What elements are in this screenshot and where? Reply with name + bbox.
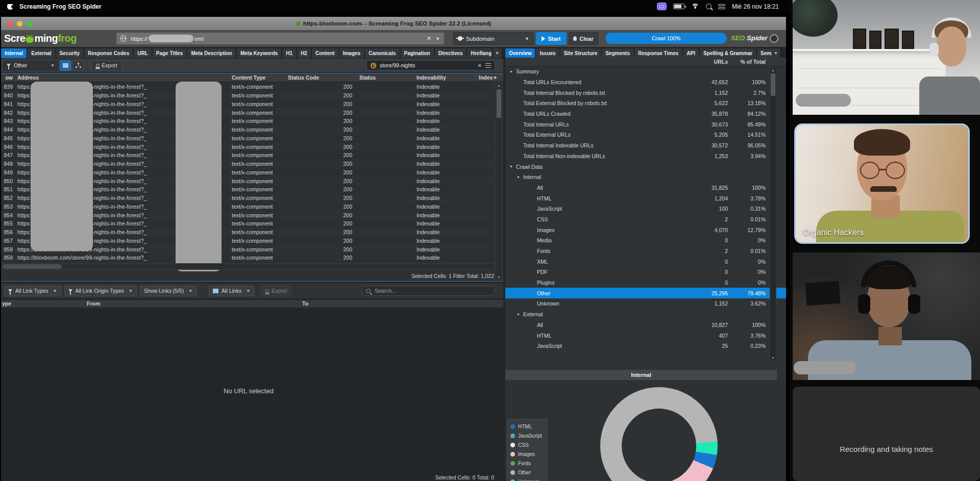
overview-row[interactable]: HTML 407 3.76% bbox=[505, 330, 786, 341]
main-tab[interactable]: Content bbox=[312, 48, 338, 58]
overview-row[interactable]: Unknown 1,152 3.62% bbox=[505, 298, 786, 309]
main-tab[interactable]: Meta Description bbox=[187, 48, 236, 58]
crawl-scope-dropdown[interactable]: Subdomain ▼ bbox=[453, 32, 534, 45]
overview-row[interactable]: CSS 2 0.01% bbox=[505, 214, 786, 225]
main-tab[interactable]: H2 bbox=[297, 48, 311, 58]
overview-row[interactable]: All 31,825 100% bbox=[505, 183, 786, 193]
overview-row[interactable]: Plugins 0 0% bbox=[505, 277, 786, 288]
main-tab[interactable]: Security bbox=[56, 48, 83, 58]
right-panel-tab[interactable]: Site Structure bbox=[560, 48, 601, 58]
main-tab[interactable]: External bbox=[28, 48, 55, 58]
video-tile-participant-1[interactable] bbox=[793, 0, 980, 115]
overview-row[interactable]: ▼ External bbox=[505, 309, 786, 320]
filter-dropdown[interactable]: Other ▼ bbox=[3, 61, 58, 70]
main-tab[interactable]: Directives bbox=[435, 48, 467, 58]
column-header-status-code[interactable]: Status Code bbox=[288, 74, 359, 81]
search-options-icon[interactable] bbox=[485, 63, 491, 68]
column-header-row[interactable]: ow bbox=[1, 74, 15, 81]
overview-row[interactable]: JavaScript 100 0.31% bbox=[505, 204, 786, 214]
main-tabs-overflow-button[interactable]: ▼ bbox=[493, 48, 501, 58]
main-tab[interactable]: H1 bbox=[282, 48, 296, 58]
column-header-address[interactable]: Address bbox=[15, 74, 232, 81]
main-tab[interactable]: Images bbox=[339, 48, 364, 58]
main-tab[interactable]: Hreflang bbox=[467, 48, 492, 58]
legend-item[interactable]: JavaScript bbox=[510, 431, 544, 440]
overview-row[interactable]: Total Internal Non-Indexable URLs 1,253 … bbox=[505, 151, 786, 162]
right-panel-tab[interactable]: API bbox=[683, 48, 699, 58]
main-tab[interactable]: Internal bbox=[1, 48, 27, 58]
start-button[interactable]: Start bbox=[536, 32, 567, 45]
table-row[interactable]: 859 https://bloxboom.com/store/99-nights… bbox=[1, 254, 495, 262]
legend-item[interactable]: Fonts bbox=[510, 459, 544, 468]
all-links-dropdown[interactable]: All Links▼ bbox=[209, 286, 254, 296]
main-tab[interactable]: URL bbox=[134, 48, 152, 58]
overview-row[interactable]: All 10,827 100% bbox=[505, 320, 786, 331]
apple-menu-icon[interactable] bbox=[7, 3, 13, 10]
overview-row[interactable]: Fonts 2 0.01% bbox=[505, 246, 786, 257]
add-column-icon[interactable]: ✦ bbox=[493, 74, 506, 81]
right-panel-tab[interactable]: Segments bbox=[602, 48, 633, 58]
clear-search-icon[interactable]: ✕ bbox=[478, 63, 482, 68]
overview-row[interactable]: Images 4,070 12.79% bbox=[505, 224, 786, 235]
legend-item[interactable]: Other bbox=[510, 468, 544, 477]
window-title-bar[interactable]: https-bloxboom-com- - Screaming Frog SEO… bbox=[1, 17, 786, 30]
internal-donut[interactable] bbox=[600, 387, 718, 481]
url-history-caret-icon[interactable]: ▼ bbox=[435, 36, 440, 41]
show-links-dropdown[interactable]: Show Links (5/5)▼ bbox=[140, 286, 197, 296]
links-search-input[interactable]: Search... bbox=[361, 286, 495, 296]
right-panel-tab[interactable]: Response Times bbox=[634, 48, 682, 58]
video-tile-notetaker[interactable]: Recording and taking notes bbox=[793, 387, 980, 481]
overview-scrollbar[interactable]: ▲▼ bbox=[770, 67, 776, 361]
spider-mode-icon[interactable] bbox=[770, 34, 778, 43]
screen-mirroring-icon[interactable] bbox=[657, 3, 667, 10]
overview-row[interactable]: ▼ Crawl Data bbox=[505, 161, 786, 172]
menubar-clock[interactable]: Mié 26 nov 18:21 bbox=[732, 3, 779, 10]
overview-row[interactable]: Total URLs Crawled 35,878 84.12% bbox=[505, 109, 786, 119]
export-button[interactable]: Export bbox=[91, 61, 122, 70]
table-search-input[interactable]: store/99-nights ✕ bbox=[366, 60, 495, 70]
overview-row[interactable]: Total Internal Blocked by robots.txt 1,1… bbox=[505, 87, 786, 98]
battery-icon[interactable] bbox=[673, 4, 684, 9]
overview-row[interactable]: ▼ Summary bbox=[505, 66, 786, 77]
table-horizontal-scrollbar[interactable] bbox=[1, 263, 494, 270]
overview-row[interactable]: Total External URLs 5,205 14.51% bbox=[505, 130, 786, 140]
main-tab[interactable]: Pagination bbox=[401, 48, 434, 58]
right-tabs-overflow-button[interactable]: ▼ bbox=[772, 48, 780, 58]
url-input[interactable]: https:// om/ ✕ ▼ bbox=[116, 33, 444, 44]
overview-row[interactable]: HTML 1,204 3.78% bbox=[505, 193, 786, 204]
menubar-app-name[interactable]: Screaming Frog SEO Spider bbox=[19, 3, 102, 10]
column-header-index[interactable]: Index bbox=[479, 74, 493, 81]
overview-row[interactable]: Total Internal URLs 30,673 85.49% bbox=[505, 119, 786, 130]
overview-row[interactable]: Total Internal Indexable URLs 30,572 96.… bbox=[505, 140, 786, 151]
table-vertical-scrollbar[interactable]: ▲ ▼ bbox=[496, 83, 502, 280]
overview-row[interactable]: Other 25,295 79.48% bbox=[505, 288, 786, 298]
overview-row[interactable]: Total External Blocked by robots.txt 5,6… bbox=[505, 98, 786, 109]
control-center-icon[interactable] bbox=[718, 4, 725, 9]
wifi-icon[interactable] bbox=[691, 4, 699, 10]
column-header-indexability[interactable]: Indexability bbox=[416, 74, 479, 81]
legend-item[interactable]: CSS bbox=[510, 440, 544, 449]
links-export-button[interactable]: Export bbox=[261, 286, 291, 296]
video-tile-active-speaker[interactable]: Organic Hackers bbox=[794, 123, 970, 244]
link-origin-types-dropdown[interactable]: All Link Origin Types▼ bbox=[64, 286, 137, 296]
legend-item[interactable]: HTML bbox=[510, 422, 544, 431]
list-view-button[interactable] bbox=[60, 61, 71, 70]
column-header-to[interactable]: To bbox=[302, 300, 308, 307]
overview-row[interactable]: JavaScript 25 0.23% bbox=[505, 341, 786, 351]
column-header-status[interactable]: Status bbox=[359, 74, 416, 81]
main-tab[interactable]: Page Titles bbox=[153, 48, 187, 58]
overview-row[interactable]: ▼ Internal bbox=[505, 172, 786, 183]
overview-row[interactable]: XML 0 0% bbox=[505, 256, 786, 267]
overview-row[interactable]: Media 0 0% bbox=[505, 235, 786, 246]
legend-item[interactable]: Unknown bbox=[510, 477, 544, 481]
overview-row[interactable]: Total URLs Encountered 42,652 100% bbox=[505, 77, 786, 88]
column-header-type[interactable]: ype bbox=[2, 300, 11, 307]
tree-view-button[interactable] bbox=[73, 61, 84, 70]
right-panel-tab[interactable]: Sema bbox=[757, 48, 772, 58]
spotlight-icon[interactable] bbox=[706, 4, 712, 9]
clear-button[interactable]: Clear bbox=[569, 32, 598, 45]
right-panel-tab[interactable]: Issues bbox=[536, 48, 559, 58]
column-header-from[interactable]: From bbox=[87, 300, 100, 307]
main-tab[interactable]: Meta Keywords bbox=[237, 48, 281, 58]
legend-item[interactable]: Images bbox=[510, 449, 544, 459]
